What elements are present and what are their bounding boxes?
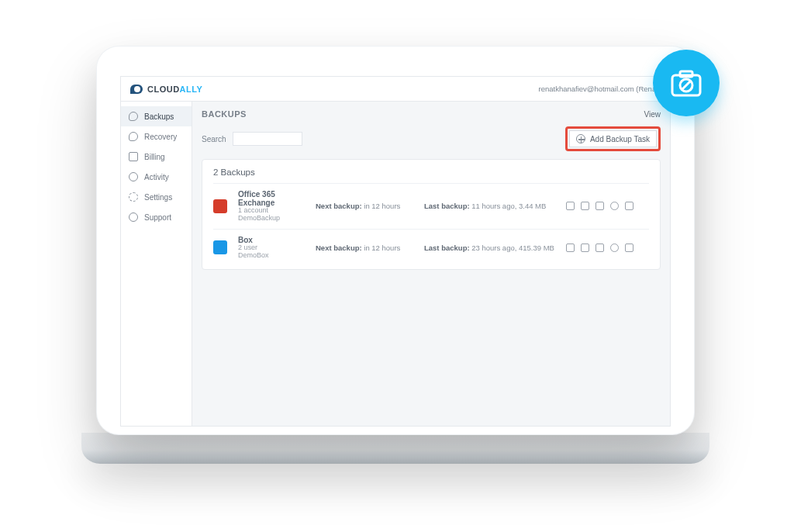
user-icon (129, 172, 138, 181)
laptop-base (81, 433, 709, 464)
search-label: Search (202, 135, 226, 143)
backup-service-sub2: DemoBox (238, 252, 308, 260)
sidebar-item-settings[interactable]: Settings (121, 187, 192, 207)
brand-logo-icon (130, 85, 143, 94)
sidebar-item-support[interactable]: Support (121, 207, 192, 227)
last-backup-label: Last backup: (424, 244, 470, 252)
backup-service-sub2: DemoBackup (238, 215, 308, 223)
gear-icon (129, 192, 138, 202)
sidebar-item-label: Billing (144, 153, 165, 161)
sidebar-item-label: Activity (144, 173, 169, 181)
search-input[interactable] (233, 132, 302, 146)
sidebar-item-activity[interactable]: Activity (121, 167, 192, 187)
archive-icon[interactable] (610, 244, 619, 252)
brand-suffix: ALLY (180, 85, 203, 94)
next-backup-value: in 12 hours (364, 244, 400, 252)
svg-line-3 (682, 81, 690, 89)
backup-service-logo (213, 240, 227, 254)
sidebar-item-backups[interactable]: Backups (121, 106, 192, 126)
delete-icon[interactable] (625, 244, 633, 252)
last-backup-label: Last backup: (424, 202, 470, 210)
brand: CLOUDALLY (130, 85, 202, 94)
next-backup-label: Next backup: (316, 244, 362, 252)
doc-icon (129, 152, 138, 161)
brand-name: CLOUD (147, 85, 180, 94)
next-backup-value: in 12 hours (364, 202, 400, 210)
sidebar-item-billing[interactable]: Billing (121, 147, 192, 167)
plus-icon (576, 134, 585, 143)
user-info[interactable]: renatkhanafiev@hotmail.com (Renat) (539, 85, 661, 93)
sidebar-item-recovery[interactable]: Recovery (121, 126, 192, 147)
add-backup-task-button[interactable]: Add Backup Task (569, 130, 657, 147)
add-backup-task-label: Add Backup Task (590, 135, 650, 143)
backup-row[interactable]: Office 365 Exchange 1 account DemoBackup… (213, 183, 649, 229)
backups-count: 2 Backups (213, 168, 649, 177)
sidebar-item-label: Support (144, 213, 171, 222)
view-selector[interactable]: View (644, 110, 661, 119)
last-backup-value: 11 hours ago, 3.44 MB (471, 202, 546, 210)
next-backup-label: Next backup: (316, 202, 362, 210)
help-icon (129, 212, 138, 222)
sidebar-item-label: Recovery (144, 133, 177, 141)
cloud-icon (129, 112, 138, 121)
topbar: CLOUDALLY renatkhanafiev@hotmail.com (Re… (121, 77, 670, 102)
sidebar-item-label: Settings (144, 193, 172, 202)
run-icon[interactable] (581, 244, 589, 252)
sidebar-item-label: Backups (144, 112, 174, 121)
download-icon[interactable] (596, 244, 604, 252)
backup-row[interactable]: Box 2 user DemoBox Next backup: in 12 ho… (213, 229, 649, 266)
row-actions (564, 202, 633, 210)
backups-card: 2 Backups Office 365 Exchange 1 account … (202, 159, 661, 270)
delete-icon[interactable] (625, 202, 633, 210)
edit-icon[interactable] (566, 202, 575, 210)
backup-service-logo (213, 199, 227, 213)
add-backup-highlight: Add Backup Task (565, 126, 661, 151)
edit-icon[interactable] (566, 244, 575, 252)
last-backup-value: 23 hours ago, 415.39 MB (471, 244, 554, 252)
row-actions (564, 244, 633, 252)
camera-badge-icon (653, 50, 720, 116)
download-icon[interactable] (596, 202, 604, 210)
backup-service-name: Office 365 Exchange (238, 190, 308, 207)
page-title: BACKUPS (202, 109, 247, 119)
cloud-icon (129, 132, 138, 141)
sidebar: Backups Recovery Billing Activity Settin… (121, 102, 192, 426)
main: BACKUPS View Search Add Backup Task (192, 102, 670, 426)
archive-icon[interactable] (610, 202, 619, 210)
run-icon[interactable] (581, 202, 589, 210)
